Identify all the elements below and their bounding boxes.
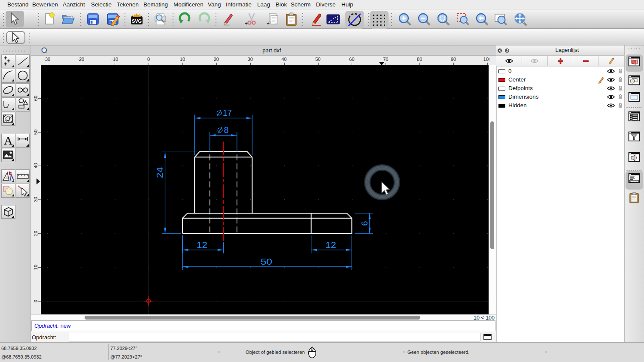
svg-text:+: + [267,21,270,27]
svg-text:12: 12 [197,240,207,250]
svg-text:8: 8 [224,125,229,135]
svg-text:12: 12 [325,240,336,250]
svg-text:24: 24 [155,167,164,178]
svg-text:6: 6 [360,221,369,226]
svg-text:17: 17 [223,108,232,118]
svg-text:A: A [4,134,13,147]
svg-text:SVG: SVG [132,18,142,24]
svg-text:50: 50 [261,257,272,266]
svg-text:+: + [245,21,248,27]
